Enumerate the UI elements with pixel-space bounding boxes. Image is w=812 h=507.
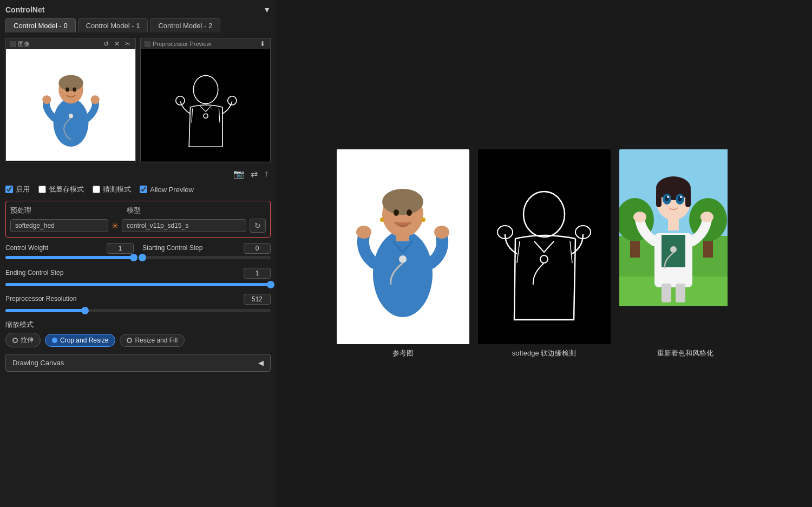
ending-step-thumb[interactable] (267, 281, 274, 288)
preproc-model-controls: softedge_hed ✳ control_v11p_sd15_s ↻ (10, 219, 266, 233)
gallery-anime-image (619, 149, 752, 344)
refresh-image-icon[interactable]: ↺ (102, 39, 110, 48)
zoom-mode-radio-group: 拉伸 Crop and Resize Resize and Fill (5, 333, 271, 347)
refresh-model-button[interactable]: ↻ (250, 219, 266, 233)
ending-step-label: Ending Control Step (5, 269, 63, 276)
resize-fill-radio[interactable]: Resize and Fill (120, 334, 185, 347)
svg-point-1 (53, 98, 88, 147)
svg-point-6 (42, 95, 51, 104)
image-box-right-header: ⬛ Preprocessor Preview ⬇ (141, 38, 270, 49)
gallery-edge-svg (490, 168, 598, 325)
enable-checkbox[interactable]: 启用 (5, 185, 30, 194)
close-image-icon[interactable]: ✕ (113, 39, 121, 48)
svg-point-4 (66, 88, 69, 92)
nurse-photo (6, 49, 135, 161)
edit-image-icon[interactable]: ✂ (123, 39, 132, 48)
edge-preview (141, 49, 270, 161)
gallery-nurse-svg (349, 168, 457, 325)
upload-icon[interactable]: ↑ (264, 169, 269, 179)
svg-point-55 (670, 246, 677, 253)
preproc-model-labels: 预处理 模型 (10, 206, 266, 215)
stretch-radio[interactable]: 拉伸 (5, 333, 41, 347)
svg-rect-57 (676, 284, 685, 302)
control-weight-label-row: Control Weight 1 (5, 243, 134, 254)
svg-point-25 (421, 218, 425, 222)
ending-step-value: 1 (244, 268, 271, 279)
svg-point-53 (633, 212, 646, 222)
nurse-image-placeholder (6, 49, 135, 161)
svg-point-19 (394, 209, 399, 216)
image-box-left-icons: ↺ ✕ ✂ (102, 39, 132, 48)
svg-point-20 (407, 209, 412, 216)
preprocessor-select[interactable]: softedge_hed (10, 219, 108, 232)
starting-step-track (142, 256, 271, 259)
gallery-nurse-photo (337, 149, 469, 344)
zoom-section: 缩放模式 拉伸 Crop and Resize Resize and Fill (5, 320, 271, 347)
starting-step-thumb[interactable] (139, 254, 146, 261)
panel-header: ControlNet ▼ (5, 5, 271, 14)
preproc-res-thumb[interactable] (81, 307, 89, 314)
gallery-caption-2: 重新着色和风格化 (657, 348, 713, 358)
drawing-canvas-row[interactable]: Drawing Canvas ◀ (5, 354, 271, 372)
fire-button[interactable]: ✳ (112, 221, 119, 231)
stretch-label: 拉伸 (21, 335, 34, 345)
svg-point-7 (90, 95, 99, 104)
control-weight-col: Control Weight 1 (5, 243, 134, 259)
tab-control-model-0[interactable]: Control Model - 0 (5, 18, 76, 32)
starting-step-value: 0 (244, 243, 271, 254)
svg-point-21 (356, 226, 371, 239)
svg-point-18 (382, 189, 423, 215)
guess-mode-checkbox[interactable]: 猜测模式 (93, 185, 131, 194)
control-weight-label: Control Weight (5, 244, 48, 252)
preprocessor-preview-placeholder (141, 49, 270, 161)
svg-point-52 (680, 196, 682, 198)
preproc-res-fill (5, 309, 85, 312)
low-vram-checkbox[interactable]: 低显存模式 (38, 185, 84, 194)
drawing-canvas-label: Drawing Canvas (12, 359, 64, 367)
svg-point-8 (68, 114, 73, 118)
nurse-svg (36, 54, 106, 156)
tabs-row: Control Model - 0 Control Model - 1 Cont… (5, 18, 271, 32)
gallery-item-reference: 参考图 (337, 149, 469, 358)
resize-fill-label: Resize and Fill (135, 337, 178, 344)
download-preview-icon[interactable]: ⬇ (258, 39, 267, 48)
control-weight-fill (5, 256, 134, 259)
gallery-caption-0: 参考图 (392, 348, 414, 358)
svg-rect-56 (662, 284, 671, 302)
swap-icon[interactable]: ⇄ (251, 169, 258, 179)
preview-icons: ⬇ (258, 39, 267, 48)
allow-preview-checkbox[interactable]: Allow Preview (140, 186, 194, 194)
right-panel: 参考图 (276, 0, 812, 507)
starting-step-label-row: Starting Control Step 0 (142, 243, 271, 254)
svg-point-54 (700, 212, 713, 222)
preproc-res-label-row: Preprocessor Resolution 512 (5, 294, 271, 305)
preproc-res-value: 512 (244, 294, 271, 305)
camera-icon[interactable]: 📷 (233, 169, 244, 179)
image-box-right: ⬛ Preprocessor Preview ⬇ (140, 38, 271, 162)
images-row: ⬛ 图像 ↺ ✕ ✂ (5, 38, 271, 162)
control-weight-track (5, 256, 134, 259)
image-box-left-header: ⬛ 图像 ↺ ✕ ✂ (6, 38, 135, 49)
crop-resize-label: Crop and Resize (60, 337, 108, 344)
svg-rect-45 (656, 188, 662, 207)
ending-step-fill (5, 283, 271, 286)
gallery-anime-svg (619, 149, 728, 306)
tab-control-model-1[interactable]: Control Model - 1 (78, 18, 148, 32)
resize-fill-dot (127, 338, 132, 343)
model-label: 模型 (127, 206, 266, 215)
control-weight-thumb[interactable] (130, 254, 137, 261)
tab-control-model-2[interactable]: Control Model - 2 (150, 18, 220, 32)
stretch-radio-dot (12, 338, 18, 343)
gallery-grid: 参考图 (337, 149, 752, 358)
panel-collapse-icon[interactable]: ▼ (263, 5, 271, 14)
starting-step-col: Starting Control Step 0 (142, 243, 271, 259)
model-select[interactable]: control_v11p_sd15_s (122, 219, 246, 232)
preproc-res-track (5, 309, 271, 312)
gallery-item-anime: 重新着色和风格化 (619, 149, 752, 358)
ending-step-label-row: Ending Control Step 1 (5, 268, 271, 279)
drawing-canvas-icon: ◀ (258, 359, 264, 367)
toolbar-row: 📷 ⇄ ↑ (5, 167, 271, 181)
crop-resize-radio[interactable]: Crop and Resize (45, 334, 115, 347)
gallery-item-edge: softedge 软边缘检测 (478, 149, 611, 358)
edge-svg (171, 54, 241, 156)
